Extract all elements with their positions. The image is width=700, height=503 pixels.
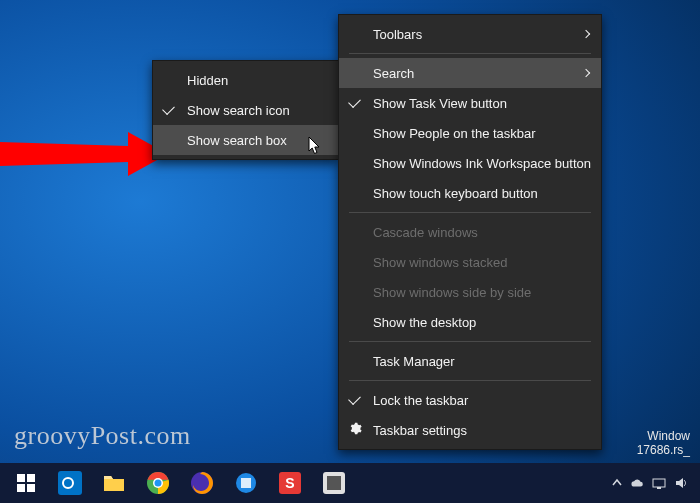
- svg-rect-18: [327, 476, 341, 490]
- menu-item-toolbars[interactable]: Toolbars: [339, 19, 601, 49]
- chrome-icon: [147, 472, 169, 494]
- separator: [349, 53, 591, 54]
- menu-item-cascade-windows[interactable]: Cascade windows: [339, 217, 601, 247]
- separator: [349, 380, 591, 381]
- taskbar-app-chrome[interactable]: [136, 463, 180, 503]
- taskbar-app-firefox[interactable]: [180, 463, 224, 503]
- menu-item-show-desktop[interactable]: Show the desktop: [339, 307, 601, 337]
- label: Cascade windows: [373, 225, 478, 240]
- label: Show search icon: [187, 103, 290, 118]
- separator: [349, 212, 591, 213]
- svg-marker-0: [0, 132, 168, 176]
- app-icon: [235, 472, 257, 494]
- label: Show touch keyboard button: [373, 186, 538, 201]
- watermark: groovyPost.com: [14, 421, 191, 451]
- taskbar-app-outlook[interactable]: [48, 463, 92, 503]
- gear-icon: [348, 422, 362, 439]
- label: Lock the taskbar: [373, 393, 468, 408]
- menu-item-show-task-view[interactable]: Show Task View button: [339, 88, 601, 118]
- taskbar-app-generic-blue[interactable]: [224, 463, 268, 503]
- menu-item-task-manager[interactable]: Task Manager: [339, 346, 601, 376]
- taskbar-app-generic-2[interactable]: [312, 463, 356, 503]
- svg-rect-3: [17, 484, 25, 492]
- svg-rect-5: [58, 471, 82, 495]
- menu-item-lock-taskbar[interactable]: Lock the taskbar: [339, 385, 601, 415]
- network-icon[interactable]: [652, 476, 666, 490]
- desktop: Hidden Show search icon Show search box …: [0, 0, 700, 503]
- submenu-item-show-search-icon[interactable]: Show search icon: [153, 95, 338, 125]
- label: Hidden: [187, 73, 228, 88]
- svg-text:S: S: [285, 475, 294, 491]
- svg-rect-2: [27, 474, 35, 482]
- submenu-item-hidden[interactable]: Hidden: [153, 65, 338, 95]
- label: Show search box: [187, 133, 287, 148]
- label: Show windows stacked: [373, 255, 507, 270]
- label: Show Windows Ink Workspace button: [373, 156, 591, 171]
- label: Taskbar settings: [373, 423, 467, 438]
- annotation-arrow: [0, 118, 170, 198]
- svg-rect-20: [657, 487, 661, 489]
- start-button[interactable]: [4, 463, 48, 503]
- app-icon: [323, 472, 345, 494]
- svg-rect-19: [653, 479, 665, 487]
- label: Task Manager: [373, 354, 455, 369]
- checkmark-icon: [348, 95, 361, 108]
- submenu-item-show-search-box[interactable]: Show search box: [153, 125, 338, 155]
- snagit-icon: S: [279, 472, 301, 494]
- menu-item-show-people[interactable]: Show People on the taskbar: [339, 118, 601, 148]
- taskbar-context-menu: Toolbars Search Show Task View button Sh…: [338, 14, 602, 450]
- label: Show Task View button: [373, 96, 507, 111]
- outlook-icon: [58, 471, 82, 495]
- svg-point-11: [155, 480, 162, 487]
- taskbar[interactable]: S: [0, 463, 700, 503]
- volume-icon[interactable]: [674, 476, 688, 490]
- taskbar-app-file-explorer[interactable]: [92, 463, 136, 503]
- taskbar-app-snagit[interactable]: S: [268, 463, 312, 503]
- search-submenu: Hidden Show search icon Show search box: [152, 60, 339, 160]
- label: Show the desktop: [373, 315, 476, 330]
- checkmark-icon: [348, 392, 361, 405]
- firefox-icon: [191, 472, 213, 494]
- menu-item-taskbar-settings[interactable]: Taskbar settings: [339, 415, 601, 445]
- menu-item-show-ink-workspace[interactable]: Show Windows Ink Workspace button: [339, 148, 601, 178]
- separator: [349, 341, 591, 342]
- label: Toolbars: [373, 27, 422, 42]
- menu-item-show-touch-keyboard[interactable]: Show touch keyboard button: [339, 178, 601, 208]
- system-tray[interactable]: [612, 476, 696, 490]
- folder-icon: [102, 472, 126, 494]
- checkmark-icon: [162, 102, 175, 115]
- windows-logo-icon: [17, 474, 35, 492]
- svg-rect-4: [27, 484, 35, 492]
- tray-chevron-up-icon[interactable]: [612, 478, 622, 488]
- onedrive-icon[interactable]: [630, 476, 644, 490]
- svg-rect-1: [17, 474, 25, 482]
- menu-item-search[interactable]: Search: [339, 58, 601, 88]
- build-version: Window 17686.rs_: [637, 429, 690, 457]
- svg-rect-14: [241, 478, 251, 488]
- menu-item-show-windows-stacked[interactable]: Show windows stacked: [339, 247, 601, 277]
- label: Search: [373, 66, 414, 81]
- label: Show windows side by side: [373, 285, 531, 300]
- label: Show People on the taskbar: [373, 126, 536, 141]
- menu-item-show-windows-side-by-side[interactable]: Show windows side by side: [339, 277, 601, 307]
